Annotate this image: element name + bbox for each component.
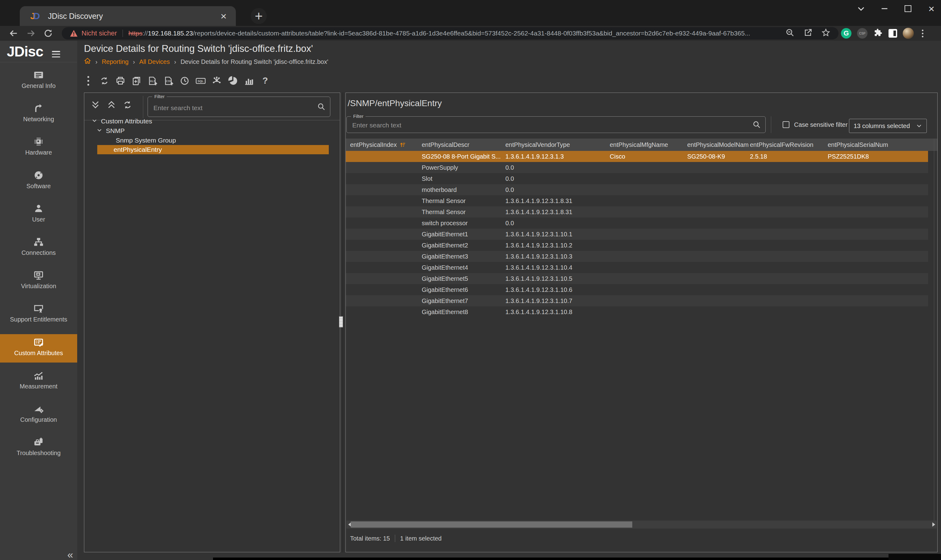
table-cell: 1.3.6.1.4.1.9.12.3.1.10.5 — [505, 275, 610, 282]
tree-filter-input[interactable] — [153, 102, 313, 114]
sidebar-item-hardware[interactable]: Hardware — [0, 134, 77, 162]
tab-search-chevron-icon[interactable] — [856, 3, 866, 14]
scrollbar-thumb[interactable] — [351, 522, 632, 528]
sql-icon[interactable]: SQL — [195, 75, 206, 87]
table-row[interactable]: SG250-08 8-Port Gigabit S...1.3.6.1.4.1.… — [346, 151, 928, 162]
table-row[interactable]: GigabitEthernet51.3.6.1.4.1.9.12.3.1.10.… — [346, 273, 928, 284]
window-extension-icon[interactable] — [889, 29, 897, 38]
tree-node-entphysicalentry[interactable]: entPhysicalEntry — [97, 145, 329, 154]
sidebar-item-troubleshooting[interactable]: Troubleshooting — [0, 434, 77, 463]
hamburger-menu-icon[interactable] — [52, 51, 60, 57]
window-minimize-button[interactable] — [879, 3, 890, 14]
table-cell: GigabitEthernet5 — [422, 275, 505, 282]
scroll-right-arrow[interactable] — [930, 520, 937, 529]
csp-extension-icon[interactable]: CSP — [857, 28, 867, 38]
actions-icon[interactable] — [211, 75, 222, 87]
sidebar-collapse-icon[interactable]: « — [67, 549, 73, 560]
bookmark-star-icon[interactable] — [821, 28, 830, 38]
splitter-handle[interactable] — [339, 316, 343, 328]
column-header-entPhysicalModelNam[interactable]: entPhysicalModelNam — [687, 141, 750, 148]
table-row[interactable]: Thermal Sensor1.3.6.1.4.1.9.12.3.1.8.31 — [346, 195, 928, 206]
tree-filter-fieldset: Filter — [148, 97, 330, 117]
browser-tab[interactable]: JD JDisc Discovery × — [20, 6, 236, 26]
tree-search-icon[interactable] — [317, 102, 326, 111]
kebab-menu-icon[interactable] — [83, 75, 94, 87]
table-row[interactable]: motherboard0.0 — [346, 184, 928, 195]
sidebar-item-general-info[interactable]: General Info — [0, 67, 77, 95]
tab-title: JDisc Discovery — [48, 12, 219, 21]
reload-button[interactable] — [42, 26, 55, 41]
sidebar-item-connections[interactable]: Connections — [0, 234, 77, 262]
column-header-entPhysicalDescr[interactable]: entPhysicalDescr — [422, 141, 505, 148]
expand-all-icon[interactable] — [91, 100, 100, 111]
breadcrumb-all-devices[interactable]: All Devices — [139, 58, 170, 65]
breadcrumb-current: Device Details for Routing Switch 'jdisc… — [180, 58, 329, 65]
collapse-all-icon[interactable] — [106, 100, 116, 111]
table-cell: 1.3.6.1.4.1.9.12.3.1.10.8 — [505, 309, 610, 315]
table-row[interactable]: GigabitEthernet21.3.6.1.4.1.9.12.3.1.10.… — [346, 240, 928, 251]
table-row[interactable]: switch processor0.0 — [346, 217, 928, 229]
table-row[interactable]: GigabitEthernet71.3.6.1.4.1.9.12.3.1.10.… — [346, 295, 928, 306]
window-close-button[interactable]: × — [926, 3, 937, 14]
table-row[interactable]: PowerSupply0.0 — [346, 162, 928, 173]
back-button[interactable] — [7, 26, 20, 41]
sidebar-item-user[interactable]: User — [0, 200, 77, 229]
export-xls-icon[interactable]: XLS — [147, 75, 158, 87]
zoom-out-icon[interactable] — [785, 28, 794, 38]
column-header-entPhysicalMfgName[interactable]: entPhysicalMfgName — [610, 141, 687, 148]
chevron-down-icon[interactable] — [96, 127, 103, 135]
svg-text:SQL: SQL — [197, 80, 204, 83]
table-search-icon[interactable] — [752, 120, 761, 129]
export-csv-icon[interactable]: CSV — [163, 75, 174, 87]
tree-node-snmp[interactable]: SNMP — [96, 126, 125, 135]
not-secure-warning-icon[interactable] — [70, 29, 78, 37]
table-row[interactable]: GigabitEthernet31.3.6.1.4.1.9.12.3.1.10.… — [346, 251, 928, 262]
table-row[interactable]: Thermal Sensor1.3.6.1.4.1.9.12.3.1.8.31 — [346, 206, 928, 217]
browser-menu-icon[interactable] — [919, 29, 926, 37]
pie-chart-icon[interactable] — [227, 75, 238, 87]
sidebar-item-custom-attributes[interactable]: Custom Attributes — [0, 334, 77, 363]
tree-node-custom-attributes[interactable]: Custom Attributes — [91, 117, 152, 126]
sidebar-item-support-entitlements[interactable]: Support Entitlements — [0, 300, 77, 329]
table-row[interactable]: GigabitEthernet41.3.6.1.4.1.9.12.3.1.10.… — [346, 262, 928, 273]
grammarly-extension-icon[interactable]: G — [841, 28, 852, 38]
horizontal-scrollbar[interactable] — [346, 520, 937, 529]
home-icon[interactable] — [84, 57, 91, 66]
schedule-icon[interactable] — [179, 75, 190, 87]
window-maximize-button[interactable] — [903, 3, 913, 14]
table-filter-input[interactable] — [352, 120, 748, 130]
table-row[interactable]: GigabitEthernet81.3.6.1.4.1.9.12.3.1.10.… — [346, 306, 928, 317]
tree-refresh-icon[interactable] — [123, 100, 133, 111]
breadcrumb-reporting[interactable]: Reporting — [102, 58, 129, 65]
forward-button[interactable] — [24, 26, 38, 41]
table-row[interactable]: GigabitEthernet11.3.6.1.4.1.9.12.3.1.10.… — [346, 229, 928, 240]
chevron-down-icon[interactable] — [91, 117, 98, 126]
print-icon[interactable] — [115, 75, 126, 87]
add-report-icon[interactable] — [131, 75, 142, 87]
column-header-entPhysicalVendorType[interactable]: entPhysicalVendorType — [505, 141, 610, 148]
sidebar-item-virtualization[interactable]: Virtualization — [0, 267, 77, 295]
column-header-entPhysicalFwRevision[interactable]: entPhysicalFwRevision — [750, 141, 828, 148]
help-icon[interactable]: ? — [259, 75, 270, 87]
column-header-entPhysicalIndex[interactable]: entPhysicalIndex — [350, 141, 422, 148]
table-row[interactable]: Slot0.0 — [346, 173, 928, 184]
vertical-scrollbar[interactable] — [934, 138, 934, 520]
column-header-entPhysicalSerialNum[interactable]: entPhysicalSerialNum — [828, 141, 937, 148]
bar-chart-icon[interactable] — [243, 75, 255, 87]
address-bar[interactable]: Nicht sicher https://192.168.185.23/repo… — [62, 27, 839, 40]
profile-avatar[interactable] — [903, 28, 914, 39]
tree-node-snmp-system-group[interactable]: Snmp System Group — [116, 136, 176, 145]
table-row[interactable]: GigabitEthernet61.3.6.1.4.1.9.12.3.1.10.… — [346, 284, 928, 295]
sidebar-item-configuration[interactable]: Configuration — [0, 401, 77, 429]
case-sensitive-checkbox[interactable] — [783, 121, 790, 128]
refresh-icon[interactable] — [99, 75, 110, 87]
share-icon[interactable] — [803, 28, 813, 38]
sidebar-item-networking[interactable]: Networking — [0, 100, 77, 129]
new-tab-button[interactable]: + — [251, 8, 267, 24]
sidebar-item-software[interactable]: Software — [0, 167, 77, 195]
status-bar: Total items: 15 1 item selected — [350, 535, 441, 542]
sidebar-item-measurement[interactable]: Measurement — [0, 368, 77, 396]
columns-dropdown[interactable]: 13 columns selected — [849, 119, 927, 133]
extensions-puzzle-icon[interactable] — [873, 28, 883, 39]
tab-close-icon[interactable]: × — [219, 11, 228, 21]
